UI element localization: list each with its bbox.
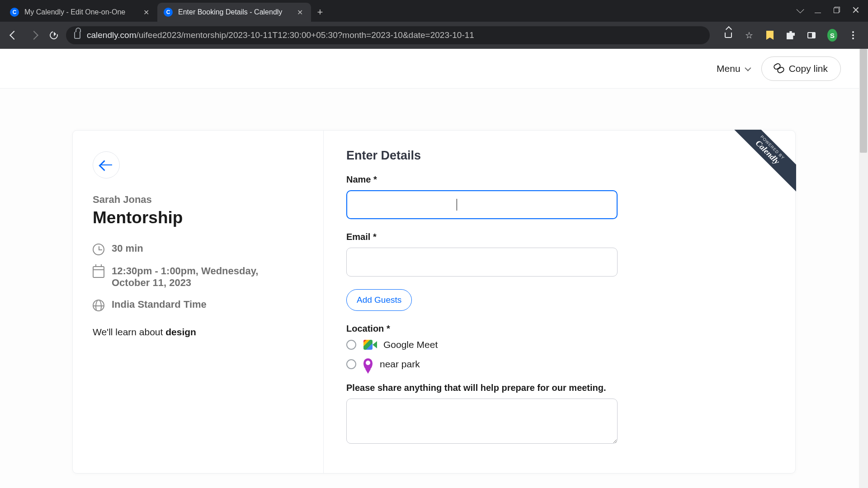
share-icon[interactable] <box>723 30 733 40</box>
close-tab-icon[interactable]: ✕ <box>142 6 151 19</box>
desc-prefix: We'll learn about <box>93 327 165 337</box>
booking-card: Powered by Calendly Sarah Jonas Mentorsh… <box>72 130 796 474</box>
notes-textarea[interactable] <box>346 399 618 444</box>
browser-tab-inactive[interactable]: My Calendly - Edit One-on-One ✕ <box>4 3 157 22</box>
browser-tab-strip: My Calendly - Edit One-on-One ✕ Enter Bo… <box>0 0 868 22</box>
menu-label: Menu <box>717 63 741 74</box>
globe-icon <box>93 300 104 311</box>
text-caret <box>457 199 457 211</box>
timezone-row: India Standard Time <box>93 299 303 311</box>
menu-dropdown[interactable]: Menu <box>714 60 752 78</box>
map-pin-icon <box>363 358 373 370</box>
host-name: Sarah Jonas <box>93 194 303 206</box>
calendly-favicon <box>10 8 19 17</box>
bookmark-star-icon[interactable]: ☆ <box>744 30 754 40</box>
browser-menu-icon[interactable] <box>848 30 858 40</box>
form-title: Enter Details <box>346 149 773 163</box>
window-maximize-icon[interactable] <box>834 7 840 15</box>
lock-icon <box>74 32 80 39</box>
location-option-google-meet[interactable]: Google Meet <box>346 339 773 350</box>
event-summary-panel: Sarah Jonas Mentorship 30 min 12:30pm - … <box>73 131 324 473</box>
clock-icon <box>93 244 104 255</box>
chevron-down-icon <box>745 65 751 71</box>
copy-link-button[interactable]: Copy link <box>761 56 841 81</box>
radio-icon[interactable] <box>346 359 356 369</box>
event-description: We'll learn about design <box>93 327 303 338</box>
radio-icon[interactable] <box>346 340 356 350</box>
arrow-left-icon <box>100 164 112 166</box>
scrollbar-thumb[interactable] <box>860 49 867 153</box>
copy-link-label: Copy link <box>789 63 828 74</box>
tab-title: Enter Booking Details - Calendly <box>178 8 295 16</box>
side-panel-icon[interactable] <box>807 30 816 40</box>
google-meet-icon <box>363 340 376 350</box>
location-option-label: Google Meet <box>383 339 438 350</box>
back-button[interactable] <box>93 151 120 178</box>
close-tab-icon[interactable]: ✕ <box>295 6 305 19</box>
event-title: Mentorship <box>93 208 303 227</box>
notes-label: Please share anything that will help pre… <box>346 383 773 393</box>
duration-row: 30 min <box>93 243 303 255</box>
window-minimize-icon[interactable] <box>815 7 821 15</box>
window-close-icon[interactable] <box>853 7 859 15</box>
datetime-row: 12:30pm - 1:00pm, Wednesday, October 11,… <box>93 265 303 289</box>
profile-avatar[interactable]: S <box>827 30 837 40</box>
datetime-text: 12:30pm - 1:00pm, Wednesday, October 11,… <box>112 265 274 289</box>
browser-tab-active[interactable]: Enter Booking Details - Calendly ✕ <box>157 3 311 22</box>
calendly-favicon <box>164 8 173 17</box>
tabs-dropdown-icon[interactable] <box>797 7 802 15</box>
booking-form: Enter Details Name * Email * Add Guests … <box>324 131 795 473</box>
timezone-text: India Standard Time <box>112 299 207 310</box>
duration-text: 30 min <box>112 243 143 254</box>
address-bar[interactable]: calendly.com/uifeed2023/mentorship/2023-… <box>66 26 710 44</box>
location-option-near-park[interactable]: near park <box>346 358 773 370</box>
name-label: Name * <box>346 174 773 185</box>
new-tab-button[interactable]: + <box>311 3 329 22</box>
name-input[interactable] <box>346 190 618 219</box>
location-option-label: near park <box>380 359 420 370</box>
link-icon <box>774 66 783 71</box>
add-guests-button[interactable]: Add Guests <box>346 289 412 311</box>
browser-toolbar: calendly.com/uifeed2023/mentorship/2023-… <box>0 22 868 49</box>
location-label: Location * <box>346 324 773 334</box>
tab-title: My Calendly - Edit One-on-One <box>24 8 142 16</box>
nav-reload-button[interactable] <box>46 28 61 43</box>
extensions-icon[interactable] <box>786 30 796 40</box>
nav-forward-button[interactable] <box>26 28 42 43</box>
url-path: /uifeed2023/mentorship/2023-10-11T12:30:… <box>136 30 474 40</box>
window-controls <box>797 0 868 22</box>
page-viewport: Menu Copy link Powered by Calendly Sarah… <box>0 49 868 488</box>
calendar-icon <box>93 266 104 278</box>
bookmark-tag-icon[interactable] <box>765 30 775 40</box>
toolbar-right-icons: ☆ S <box>714 30 862 40</box>
page-topbar: Menu Copy link <box>0 49 868 89</box>
vertical-scrollbar[interactable] <box>859 49 868 488</box>
url-host: calendly.com <box>87 30 136 40</box>
desc-bold: design <box>165 327 196 337</box>
email-input[interactable] <box>346 248 618 277</box>
email-label: Email * <box>346 232 773 242</box>
nav-back-button[interactable] <box>6 28 22 43</box>
